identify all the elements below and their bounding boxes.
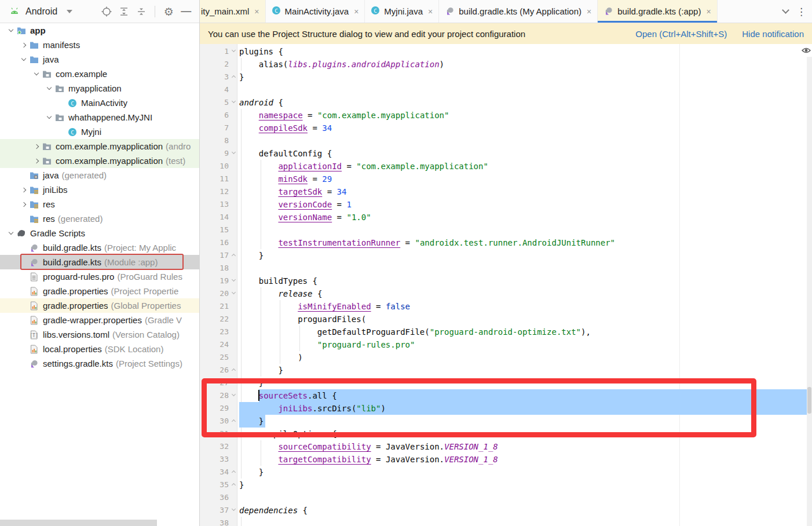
tree-item-gradle-scripts[interactable]: Gradle Scripts — [0, 226, 199, 240]
editor-tab[interactable]: CMainActivity.java× — [266, 0, 365, 23]
fold-marker-open-icon[interactable] — [232, 507, 237, 513]
editor-gutter[interactable]: 1234567891011121314151617181920212223242… — [200, 44, 237, 526]
fold-marker-open-icon[interactable] — [232, 291, 237, 296]
editor-tab[interactable]: build.gradle.kts (My Application)× — [439, 0, 598, 23]
expand-all-icon[interactable] — [118, 5, 130, 18]
fold-marker-open-icon[interactable] — [232, 100, 237, 105]
tree-item-local-properties[interactable]: local.properties(SDK Location) — [0, 342, 199, 356]
sidebar-bottom-scrollbar[interactable] — [0, 520, 157, 526]
tree-item-whathappened-myjni[interactable]: whathappened.MyJNI — [0, 110, 199, 125]
fold-marker-open-icon[interactable] — [232, 393, 237, 398]
code-editor[interactable]: 1234567891011121314151617181920212223242… — [200, 44, 812, 526]
tree-item-gradle-properties[interactable]: gradle.properties(Global Properties — [0, 298, 199, 313]
tree-item-gradle-wrapper-properties[interactable]: gradle-wrapper.properties(Gradle V — [0, 313, 199, 327]
tab-close-icon[interactable]: × — [587, 7, 591, 16]
code-line-10: applicationId = "com.example.myapplicati… — [239, 160, 488, 173]
editor-scrollbar-thumb[interactable] — [807, 387, 811, 414]
tree-item-label: java — [43, 54, 59, 64]
fold-marker-open-icon[interactable] — [232, 278, 237, 283]
package-icon — [42, 141, 52, 151]
tree-item-com-example[interactable]: com.example — [0, 67, 199, 81]
code-line-32: sourceCompatibility = JavaVersion.VERSIO… — [239, 440, 498, 453]
tree-chevron-right-icon[interactable] — [31, 159, 42, 163]
tree-item-label: jniLibs — [43, 185, 68, 195]
fold-marker-end-icon[interactable] — [232, 367, 237, 372]
elephant-icon — [16, 228, 26, 238]
tree-item-java[interactable]: java — [0, 52, 199, 67]
tree-item-res[interactable]: res(generated) — [0, 211, 199, 226]
open-project-structure-link[interactable]: Open (Ctrl+Alt+Shift+S) — [635, 29, 727, 39]
editor-tab[interactable]: CMyjni.java× — [365, 0, 439, 23]
tree-chevron-right-icon[interactable] — [19, 188, 29, 192]
tree-item-build-gradle-kts[interactable]: build.gradle.kts(Project: My Applic — [0, 240, 199, 255]
tree-item-settings-gradle-kts[interactable]: settings.gradle.kts(Project Settings) — [0, 356, 199, 371]
editor-scrollbar-track[interactable] — [807, 57, 812, 526]
tree-chevron-down-icon[interactable] — [19, 59, 29, 60]
tree-item-gradle-properties[interactable]: gradle.properties(Project Propertie — [0, 284, 199, 298]
tree-item-mainactivity[interactable]: CMainActivity — [0, 96, 199, 110]
settings-gear-icon[interactable]: ⚙ — [162, 5, 175, 18]
tree-item-com-example-myapplication[interactable]: com.example.myapplication(test) — [0, 154, 199, 168]
gradle-file-icon — [445, 6, 455, 17]
tree-chevron-down-icon[interactable] — [6, 232, 16, 234]
fold-marker-end-icon[interactable] — [232, 253, 237, 258]
tab-close-icon[interactable]: × — [254, 7, 259, 16]
tree-item-manifests[interactable]: manifests — [0, 38, 199, 52]
tree-chevron-down-icon[interactable] — [31, 73, 42, 75]
fold-marker-end-icon[interactable] — [232, 482, 237, 487]
locate-file-icon[interactable] — [100, 5, 113, 18]
gradle-file-icon — [29, 257, 39, 267]
fold-marker-end-icon[interactable] — [232, 469, 237, 474]
tab-close-icon[interactable]: × — [354, 7, 359, 16]
line-number: 15 — [206, 224, 229, 236]
tab-list-chevron-icon[interactable] — [782, 6, 789, 14]
code-line-22: proguardFiles( — [239, 313, 366, 326]
tree-item-label: settings.gradle.kts — [43, 359, 113, 368]
code-line-17: } — [239, 249, 264, 262]
tree-item-myapplication[interactable]: myapplication — [0, 81, 199, 96]
line-number: 36 — [206, 491, 229, 504]
inspection-eye-icon[interactable] — [802, 46, 811, 55]
tab-close-icon[interactable]: × — [706, 7, 711, 16]
tree-item-com-example-myapplication[interactable]: com.example.myapplication(andro — [0, 139, 199, 154]
tab-close-icon[interactable]: × — [428, 7, 433, 16]
collapse-all-icon[interactable] — [135, 5, 148, 18]
tree-chevron-right-icon[interactable] — [19, 43, 29, 47]
tree-item-java[interactable]: java(generated) — [0, 168, 199, 182]
svg-text:[T]: [T] — [30, 333, 38, 338]
tree-item-libs-versions-toml[interactable]: [T]libs.versions.toml(Version Catalog) — [0, 327, 199, 342]
fold-marker-open-icon[interactable] — [232, 151, 237, 156]
fold-marker-end-icon[interactable] — [232, 418, 237, 423]
code-line-25: ) — [239, 351, 303, 364]
hide-notification-link[interactable]: Hide notification — [742, 29, 804, 39]
fold-marker-end-icon[interactable] — [232, 74, 237, 79]
tree-chevron-down-icon[interactable] — [44, 87, 54, 89]
tree-chevron-down-icon[interactable] — [44, 116, 54, 118]
tree-item-app[interactable]: app — [0, 23, 199, 38]
view-selector-chevron-icon[interactable] — [63, 5, 76, 18]
toolbar-separator — [155, 6, 155, 17]
tree-chevron-right-icon[interactable] — [31, 145, 42, 148]
tree-item-label: gradle-wrapper.properties — [43, 315, 142, 325]
tab-options-kebab-icon[interactable]: ⋮ — [796, 6, 806, 17]
editor-tab[interactable]: build.gradle.kts (:app)× — [598, 0, 717, 23]
tree-item-suffix: (andro — [166, 141, 191, 151]
tree-item-label: com.example — [56, 69, 107, 79]
tree-chevron-down-icon[interactable] — [6, 30, 16, 31]
hide-panel-icon[interactable]: — — [180, 5, 192, 18]
tree-item-myjni[interactable]: CMyjni — [0, 125, 199, 139]
tree-item-label: local.properties — [43, 344, 102, 354]
project-view-selector[interactable]: Android — [25, 6, 57, 17]
line-number: 9 — [206, 147, 229, 160]
folder-gear-icon — [29, 170, 39, 180]
tree-chevron-right-icon[interactable] — [19, 203, 29, 206]
project-tree-panel: appmanifestsjavacom.examplemyapplication… — [0, 23, 199, 526]
editor-tab[interactable]: ity_main.xml× — [200, 0, 266, 23]
code-line-13: versionCode = 1 — [239, 198, 352, 211]
tree-item-build-gradle-kts[interactable]: build.gradle.kts(Module :app) — [0, 255, 199, 269]
tree-item-proguard-rules-pro[interactable]: proguard-rules.pro(ProGuard Rules — [0, 269, 199, 284]
panel-divider[interactable] — [199, 0, 200, 526]
tree-item-res[interactable]: res — [0, 197, 199, 211]
tree-item-jnilibs[interactable]: jniLibs — [0, 182, 199, 197]
fold-marker-open-icon[interactable] — [232, 49, 237, 54]
